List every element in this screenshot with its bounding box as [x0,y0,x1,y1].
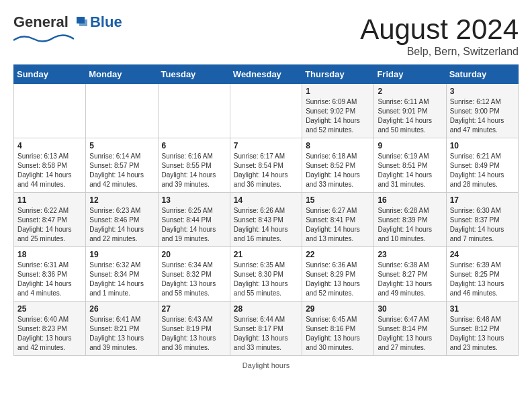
calendar-cell: 23Sunrise: 6:38 AM Sunset: 8:27 PM Dayli… [374,247,446,302]
logo-icon [71,14,87,30]
day-info: Sunrise: 6:45 AM Sunset: 8:16 PM Dayligh… [306,315,370,353]
calendar-cell: 3Sunrise: 6:12 AM Sunset: 9:00 PM Daylig… [446,84,518,138]
day-number: 28 [234,304,298,314]
day-info: Sunrise: 6:30 AM Sunset: 8:37 PM Dayligh… [450,206,515,244]
footer-note: Daylight hours [13,361,519,369]
day-info: Sunrise: 6:12 AM Sunset: 9:00 PM Dayligh… [450,97,515,135]
day-info: Sunrise: 6:48 AM Sunset: 8:12 PM Dayligh… [450,315,515,353]
day-number: 16 [378,195,442,205]
day-number: 31 [450,304,515,314]
calendar-header-saturday: Saturday [446,65,518,84]
day-number: 9 [378,141,442,150]
day-number: 7 [234,141,298,150]
day-info: Sunrise: 6:34 AM Sunset: 8:32 PM Dayligh… [162,261,226,298]
calendar-week-3: 11Sunrise: 6:22 AM Sunset: 8:47 PM Dayli… [14,193,519,247]
day-info: Sunrise: 6:43 AM Sunset: 8:19 PM Dayligh… [162,315,226,353]
day-number: 19 [89,250,154,259]
day-info: Sunrise: 6:21 AM Sunset: 8:49 PM Dayligh… [450,152,515,189]
calendar-cell: 17Sunrise: 6:30 AM Sunset: 8:37 PM Dayli… [446,193,518,247]
calendar-week-2: 4Sunrise: 6:13 AM Sunset: 8:58 PM Daylig… [14,138,519,193]
calendar-cell: 4Sunrise: 6:13 AM Sunset: 8:58 PM Daylig… [14,138,86,193]
day-info: Sunrise: 6:16 AM Sunset: 8:55 PM Dayligh… [162,152,226,189]
calendar-cell: 12Sunrise: 6:23 AM Sunset: 8:46 PM Dayli… [86,193,158,247]
calendar-cell: 31Sunrise: 6:48 AM Sunset: 8:12 PM Dayli… [446,302,518,356]
calendar-cell [230,84,302,138]
calendar-week-4: 18Sunrise: 6:31 AM Sunset: 8:36 PM Dayli… [14,247,519,302]
calendar-header-thursday: Thursday [302,65,374,84]
day-number: 5 [89,141,154,150]
day-info: Sunrise: 6:18 AM Sunset: 8:52 PM Dayligh… [306,152,370,189]
logo: General Blue [13,13,122,46]
calendar-cell: 25Sunrise: 6:40 AM Sunset: 8:23 PM Dayli… [14,302,86,356]
calendar-cell: 24Sunrise: 6:39 AM Sunset: 8:25 PM Dayli… [446,247,518,302]
day-info: Sunrise: 6:44 AM Sunset: 8:17 PM Dayligh… [234,315,298,353]
calendar-header-monday: Monday [86,65,158,84]
day-number: 29 [306,304,370,314]
svg-marker-1 [79,19,87,26]
calendar-cell: 22Sunrise: 6:36 AM Sunset: 8:29 PM Dayli… [302,247,374,302]
calendar-header-wednesday: Wednesday [230,65,302,84]
calendar-header-row: SundayMondayTuesdayWednesdayThursdayFrid… [14,65,519,84]
day-info: Sunrise: 6:17 AM Sunset: 8:54 PM Dayligh… [234,152,298,189]
calendar-cell: 9Sunrise: 6:19 AM Sunset: 8:51 PM Daylig… [374,138,446,193]
day-number: 13 [162,195,226,205]
day-number: 6 [162,141,226,150]
day-info: Sunrise: 6:22 AM Sunset: 8:47 PM Dayligh… [17,206,82,244]
day-number: 23 [378,250,442,259]
day-number: 30 [378,304,442,314]
title-section: August 2024 Belp, Bern, Switzerland [360,13,519,58]
day-info: Sunrise: 6:23 AM Sunset: 8:46 PM Dayligh… [89,206,154,244]
calendar-cell [86,84,158,138]
calendar-cell: 15Sunrise: 6:27 AM Sunset: 8:41 PM Dayli… [302,193,374,247]
day-info: Sunrise: 6:40 AM Sunset: 8:23 PM Dayligh… [17,315,82,353]
day-info: Sunrise: 6:25 AM Sunset: 8:44 PM Dayligh… [162,206,226,244]
day-info: Sunrise: 6:27 AM Sunset: 8:41 PM Dayligh… [306,206,370,244]
day-info: Sunrise: 6:47 AM Sunset: 8:14 PM Dayligh… [378,315,442,353]
calendar-cell: 10Sunrise: 6:21 AM Sunset: 8:49 PM Dayli… [446,138,518,193]
page-header: General Blue August 2024 Belp, Bern, Swi… [13,13,519,58]
calendar-cell: 29Sunrise: 6:45 AM Sunset: 8:16 PM Dayli… [302,302,374,356]
day-info: Sunrise: 6:31 AM Sunset: 8:36 PM Dayligh… [17,261,82,298]
calendar-cell: 19Sunrise: 6:32 AM Sunset: 8:34 PM Dayli… [86,247,158,302]
calendar-header-tuesday: Tuesday [158,65,230,84]
calendar-cell: 6Sunrise: 6:16 AM Sunset: 8:55 PM Daylig… [158,138,230,193]
calendar-cell: 8Sunrise: 6:18 AM Sunset: 8:52 PM Daylig… [302,138,374,193]
day-number: 11 [17,195,82,205]
day-info: Sunrise: 6:19 AM Sunset: 8:51 PM Dayligh… [378,152,442,189]
day-number: 15 [306,195,370,205]
day-number: 3 [450,87,515,96]
calendar-header-friday: Friday [374,65,446,84]
day-number: 26 [89,304,154,314]
day-number: 27 [162,304,226,314]
month-title: August 2024 [360,13,519,46]
day-number: 2 [378,87,442,96]
day-info: Sunrise: 6:26 AM Sunset: 8:43 PM Dayligh… [234,206,298,244]
calendar-cell: 20Sunrise: 6:34 AM Sunset: 8:32 PM Dayli… [158,247,230,302]
calendar-cell: 1Sunrise: 6:09 AM Sunset: 9:02 PM Daylig… [302,84,374,138]
calendar-week-1: 1Sunrise: 6:09 AM Sunset: 9:02 PM Daylig… [14,84,519,138]
calendar-cell: 27Sunrise: 6:43 AM Sunset: 8:19 PM Dayli… [158,302,230,356]
logo-general: General [13,13,69,31]
calendar-cell: 26Sunrise: 6:41 AM Sunset: 8:21 PM Dayli… [86,302,158,356]
calendar-cell: 18Sunrise: 6:31 AM Sunset: 8:36 PM Dayli… [14,247,86,302]
day-info: Sunrise: 6:32 AM Sunset: 8:34 PM Dayligh… [89,261,154,298]
calendar-cell [158,84,230,138]
calendar-cell: 2Sunrise: 6:11 AM Sunset: 9:01 PM Daylig… [374,84,446,138]
calendar-cell: 21Sunrise: 6:35 AM Sunset: 8:30 PM Dayli… [230,247,302,302]
day-info: Sunrise: 6:11 AM Sunset: 9:01 PM Dayligh… [378,97,442,135]
day-number: 17 [450,195,515,205]
day-info: Sunrise: 6:28 AM Sunset: 8:39 PM Dayligh… [378,206,442,244]
day-number: 20 [162,250,226,259]
day-info: Sunrise: 6:09 AM Sunset: 9:02 PM Dayligh… [306,97,370,135]
calendar-cell: 14Sunrise: 6:26 AM Sunset: 8:43 PM Dayli… [230,193,302,247]
day-info: Sunrise: 6:14 AM Sunset: 8:57 PM Dayligh… [89,152,154,189]
day-info: Sunrise: 6:35 AM Sunset: 8:30 PM Dayligh… [234,261,298,298]
calendar-table: SundayMondayTuesdayWednesdayThursdayFrid… [13,64,519,356]
day-number: 8 [306,141,370,150]
day-info: Sunrise: 6:38 AM Sunset: 8:27 PM Dayligh… [378,261,442,298]
day-number: 18 [17,250,82,259]
calendar-cell: 28Sunrise: 6:44 AM Sunset: 8:17 PM Dayli… [230,302,302,356]
day-number: 12 [89,195,154,205]
day-number: 21 [234,250,298,259]
logo-blue: Blue [90,13,122,31]
